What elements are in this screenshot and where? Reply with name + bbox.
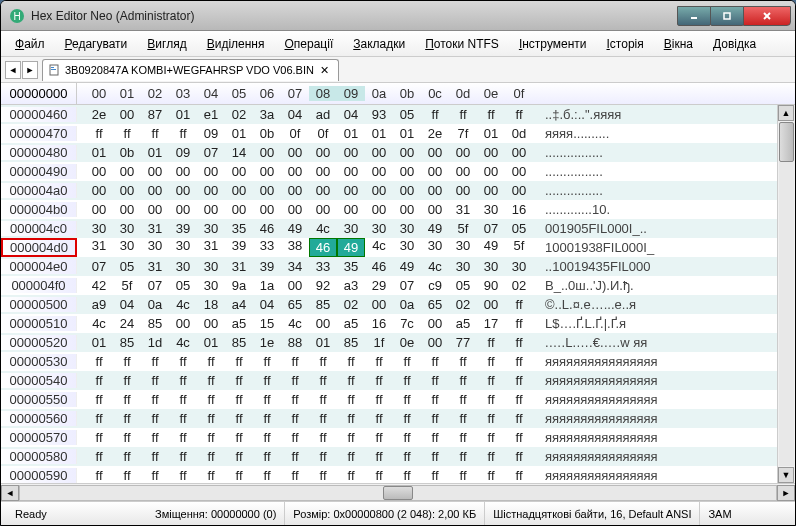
hex-byte[interactable]: 30 [113, 238, 141, 257]
menu-Вигляд[interactable]: Вигляд [139, 34, 194, 54]
hex-byte[interactable]: 9a [225, 278, 253, 293]
hex-byte[interactable]: ff [169, 411, 197, 426]
hex-byte[interactable]: ff [197, 411, 225, 426]
hex-byte[interactable]: ff [253, 392, 281, 407]
hex-byte[interactable]: ff [85, 449, 113, 464]
row-address[interactable]: 00000460 [1, 107, 77, 122]
hex-byte[interactable]: 00 [477, 297, 505, 312]
hex-byte[interactable]: 49 [393, 259, 421, 274]
hex-byte[interactable]: 07 [477, 221, 505, 236]
hex-byte[interactable]: a4 [225, 297, 253, 312]
hex-byte[interactable]: 00 [281, 145, 309, 160]
hex-byte[interactable]: 42 [85, 278, 113, 293]
hex-byte[interactable]: ff [477, 468, 505, 483]
col-header[interactable]: 0b [393, 86, 421, 101]
hex-row[interactable]: 0000052001851d4c01851e8801851f0e0077ffff… [1, 333, 795, 352]
hex-row[interactable]: 00000580ffffffffffffffffffffffffffffffff… [1, 447, 795, 466]
hex-byte[interactable]: 00 [449, 164, 477, 179]
hex-byte[interactable]: 00 [253, 145, 281, 160]
hex-row[interactable]: 000004e00705313030313934333546494c303030… [1, 257, 795, 276]
row-address[interactable]: 00000540 [1, 373, 77, 388]
hex-byte[interactable]: 4c [365, 238, 393, 257]
hex-byte[interactable]: ad [309, 107, 337, 122]
hex-byte[interactable]: ff [309, 392, 337, 407]
hex-byte[interactable]: 30 [113, 221, 141, 236]
ascii-text[interactable]: яяяяяяяяяяяяяяяя [533, 449, 658, 464]
hex-byte[interactable]: 5f [449, 221, 477, 236]
tab-prev-button[interactable]: ◄ [5, 61, 21, 79]
hex-byte[interactable]: 30 [85, 221, 113, 236]
hex-byte[interactable]: ff [393, 411, 421, 426]
hex-row[interactable]: 000004a000000000000000000000000000000000… [1, 181, 795, 200]
hex-byte[interactable]: 31 [141, 259, 169, 274]
hex-byte[interactable]: ff [281, 468, 309, 483]
menu-Редагувати[interactable]: Редагувати [57, 34, 136, 54]
hex-byte[interactable]: 09 [169, 145, 197, 160]
hex-byte[interactable]: 00 [113, 202, 141, 217]
hex-byte[interactable]: ff [169, 449, 197, 464]
tab-close-icon[interactable]: ✕ [318, 63, 332, 77]
hex-byte[interactable]: ff [197, 392, 225, 407]
hex-byte[interactable]: ff [197, 449, 225, 464]
hex-byte[interactable]: 04 [337, 107, 365, 122]
row-address[interactable]: 00000510 [1, 316, 77, 331]
hscroll-track[interactable] [19, 485, 777, 501]
hex-byte[interactable]: 00 [225, 164, 253, 179]
hex-byte[interactable]: ff [449, 107, 477, 122]
row-address[interactable]: 00000490 [1, 164, 77, 179]
hex-byte[interactable]: ff [505, 373, 533, 388]
hex-byte[interactable]: 00 [113, 183, 141, 198]
hex-byte[interactable]: ff [505, 316, 533, 331]
hex-byte[interactable]: ff [141, 354, 169, 369]
hex-byte[interactable]: 00 [225, 202, 253, 217]
col-header[interactable]: 0c [421, 86, 449, 101]
hex-byte[interactable]: 00 [141, 183, 169, 198]
hex-byte[interactable]: 5f [113, 278, 141, 293]
scroll-down-button[interactable]: ▼ [778, 467, 794, 483]
hex-byte[interactable]: 4c [85, 316, 113, 331]
hex-byte[interactable]: ff [421, 411, 449, 426]
hex-byte[interactable]: 00 [281, 202, 309, 217]
hscroll-left-button[interactable]: ◄ [1, 485, 19, 501]
hex-byte[interactable]: ff [225, 449, 253, 464]
hex-byte[interactable]: 01 [85, 145, 113, 160]
hex-byte[interactable]: 00 [505, 145, 533, 160]
hex-byte[interactable]: 17 [477, 316, 505, 331]
hex-byte[interactable]: 00 [365, 297, 393, 312]
hex-byte[interactable]: 00 [505, 164, 533, 179]
hex-byte[interactable]: 38 [281, 238, 309, 257]
hex-row[interactable]: 000004d0313030303139333846494c303030495f… [1, 238, 795, 257]
hex-byte[interactable]: ff [141, 126, 169, 141]
hex-byte[interactable]: ff [281, 430, 309, 445]
hex-byte[interactable]: 00 [505, 183, 533, 198]
menu-Довідка[interactable]: Довідка [705, 34, 764, 54]
ascii-text[interactable]: 10001938FIL000I_ [533, 240, 654, 255]
hex-byte[interactable]: 7f [449, 126, 477, 141]
hex-byte[interactable]: ff [393, 392, 421, 407]
hex-byte[interactable]: 04 [113, 297, 141, 312]
hex-byte[interactable]: 16 [505, 202, 533, 217]
hex-byte[interactable]: 1d [141, 335, 169, 350]
hex-byte[interactable]: ff [337, 449, 365, 464]
col-header[interactable]: 05 [225, 86, 253, 101]
ascii-text[interactable]: L$….Ґ.L.Ґ.|.Ґ.я [533, 316, 626, 331]
ascii-text[interactable]: ..‡.б.:.­.".яяяя [533, 107, 621, 122]
hex-byte[interactable]: ff [113, 468, 141, 483]
hex-byte[interactable]: 92 [309, 278, 337, 293]
hex-byte[interactable]: ff [421, 107, 449, 122]
row-address[interactable]: 00000570 [1, 430, 77, 445]
hex-byte[interactable]: 01 [197, 335, 225, 350]
row-address[interactable]: 00000550 [1, 392, 77, 407]
hex-byte[interactable]: ff [449, 411, 477, 426]
hex-byte[interactable]: ff [505, 107, 533, 122]
hex-byte[interactable]: 01 [169, 107, 197, 122]
ascii-text[interactable]: ................ [533, 164, 603, 179]
hex-byte[interactable]: 00 [337, 183, 365, 198]
hex-byte[interactable]: ff [225, 468, 253, 483]
ascii-text[interactable]: ..10019435FIL000 [533, 259, 651, 274]
ascii-text[interactable]: B_..0ш..'Ј).И.ђ. [533, 278, 634, 293]
hex-byte[interactable]: 00 [253, 183, 281, 198]
hex-byte[interactable]: 0f [281, 126, 309, 141]
ascii-text[interactable]: ................ [533, 145, 603, 160]
hex-byte[interactable]: 00 [281, 278, 309, 293]
